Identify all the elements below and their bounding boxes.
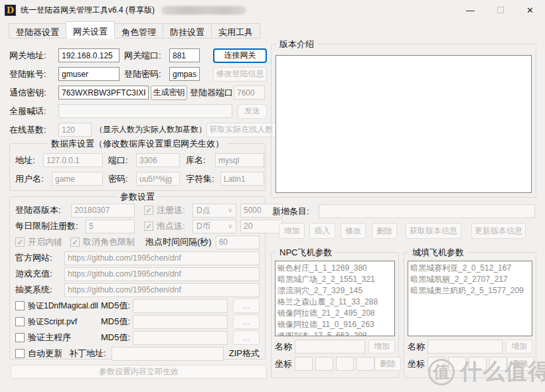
tab-anticheat-settings[interactable]: 防挂设置 — [163, 23, 212, 38]
launcher-port-label: 登陆器端口: — [190, 87, 234, 99]
entry-modify-button[interactable]: 修改 — [341, 223, 366, 239]
update-version-info-button[interactable]: 更新版本信息 — [471, 223, 526, 239]
city-plane-list[interactable]: 暗黑城赛利亚_2_0_512_167 暗黑城凯丽_2_2_2707_217 暗黑… — [408, 261, 532, 336]
website-input[interactable] — [64, 251, 260, 265]
maximize-button[interactable] — [485, 0, 515, 20]
launcher-version-row: 登陆器版本: ✓ 注册送: D点 ∨ — [15, 204, 260, 217]
db-user-input[interactable] — [52, 172, 103, 186]
verify-pvf-row: 验证Script.pvf MD5值: … — [15, 315, 260, 328]
launcher-port-input[interactable] — [234, 86, 265, 99]
entry-insert-button[interactable]: 插入 — [309, 223, 335, 239]
role-limit-checkbox[interactable]: ✓ — [70, 237, 80, 247]
db-name-label: 库名: — [186, 155, 215, 166]
gateway-port-input[interactable] — [169, 48, 200, 62]
generate-key-button[interactable]: 生成密钥 — [151, 86, 187, 100]
list-item[interactable]: 暗黑城奥兰奶奶_2_5_1577_209 — [410, 285, 530, 296]
list-item[interactable]: 格兰之森山麓_2_11_33_288 — [277, 296, 392, 308]
get-online-count-button[interactable]: 获取实际在线人数 — [206, 123, 276, 137]
city-add-button[interactable]: 增加 — [506, 340, 532, 354]
version-intro-textarea[interactable] — [275, 55, 532, 193]
daily-limit-input[interactable] — [86, 220, 135, 233]
tab-utilities[interactable]: 实用工具 — [211, 23, 260, 38]
app-window: D 统一登陆器网关管理工具v6.4 (尊享版) — ✕ 登陆器设置 网关设置 角… — [0, 0, 545, 392]
version-intro-groupbox: 版本介绍 — [271, 44, 536, 198]
npc-coord-input-4[interactable] — [356, 357, 374, 371]
send-button[interactable]: 发送 — [238, 104, 267, 119]
minimize-button[interactable]: — — [455, 0, 485, 20]
npc-coord-input-2[interactable] — [315, 357, 333, 371]
list-item[interactable]: 暗黑城广场_2_2_1551_321 — [277, 274, 392, 285]
paodian-gift-select[interactable]: D币 ∨ — [193, 220, 236, 233]
modify-login-button[interactable]: 修改登陆信息 — [213, 67, 267, 82]
db-charset-input[interactable] — [220, 172, 264, 186]
register-gift-select[interactable]: D点 ∨ — [193, 204, 236, 218]
autoupdate-row: 自动更新 补丁地址: ZIP格式 — [15, 347, 260, 360]
city-coord-input-1[interactable] — [428, 357, 445, 371]
npc-delete-button[interactable]: 删除 — [374, 357, 401, 371]
recharge-input[interactable] — [64, 267, 260, 281]
paodian-interval-input[interactable] — [216, 235, 260, 249]
npc-coord-input-3[interactable] — [336, 357, 354, 371]
npc-name-input[interactable] — [295, 340, 365, 354]
login-account-input[interactable] — [58, 67, 119, 81]
gateway-address-input[interactable] — [58, 48, 119, 62]
launcher-version-input[interactable] — [71, 204, 135, 218]
list-item[interactable]: 银色村庄_1_1_1269_380 — [277, 263, 392, 274]
verify-dll-md5-input[interactable] — [133, 299, 228, 313]
entry-add-button[interactable]: 增加 — [279, 223, 305, 239]
verify-exe-browse-button[interactable]: … — [233, 330, 260, 345]
db-port-input[interactable] — [136, 153, 180, 167]
patch-url-input[interactable] — [112, 347, 224, 361]
city-coord-input-3[interactable] — [469, 357, 487, 371]
db-name-input[interactable] — [215, 153, 264, 167]
npc-plane-list[interactable]: 银色村庄_1_1_1269_380 暗黑城广场_2_2_1551_321 漂流洞… — [275, 261, 395, 336]
city-name-row: 名称 增加 — [408, 340, 532, 354]
database-groupbox: 数据库设置（修改数据库设置重启网关生效） 地址: 端口: 库名: 用户名: 密码… — [9, 143, 266, 191]
register-gift-checkbox[interactable]: ✓ — [144, 206, 153, 215]
city-delete-button[interactable]: 删除 — [507, 357, 534, 371]
list-item[interactable]: 漂流洞穴_2_7_329_145 — [277, 285, 392, 296]
tab-launcher-settings[interactable]: 登陆器设置 — [9, 23, 66, 38]
verify-pvf-md5-input[interactable] — [133, 315, 228, 329]
close-button[interactable]: ✕ — [515, 0, 545, 20]
comm-key-label: 通信密钥: — [9, 87, 58, 99]
city-coord-input-2[interactable] — [448, 357, 466, 371]
comm-key-input[interactable] — [58, 86, 149, 99]
list-item[interactable]: 暗黑城凯丽_2_2_2707_217 — [410, 274, 530, 285]
list-item[interactable]: 镜像阿拉德_21_2_495_208 — [277, 308, 392, 319]
list-item[interactable]: 魂图副本_17_5_663_298 — [277, 330, 392, 336]
lottery-input[interactable] — [64, 283, 260, 297]
login-account-label: 登陆账号: — [9, 68, 58, 80]
get-version-info-button[interactable]: 获取版本信息 — [406, 223, 461, 239]
verify-pvf-browse-button[interactable]: … — [233, 314, 260, 329]
city-name-label: 名称 — [408, 341, 428, 353]
list-item[interactable]: 暗黑城赛利亚_2_0_512_167 — [410, 263, 530, 274]
connect-gateway-button[interactable]: 连接网关 — [213, 48, 267, 63]
db-host-input[interactable] — [43, 153, 103, 167]
neifu-checkbox[interactable]: ✓ — [15, 237, 25, 247]
npc-coord-label: 坐标 — [275, 358, 295, 370]
db-pass-input[interactable] — [136, 172, 180, 186]
paodian-gift-checkbox[interactable]: ✓ — [144, 222, 153, 231]
verify-dll-browse-button[interactable]: … — [233, 298, 260, 313]
city-coord-input-4[interactable] — [489, 357, 507, 371]
npc-add-button[interactable]: 增加 — [368, 340, 395, 354]
entry-delete-button[interactable]: 删除 — [372, 223, 397, 239]
broadcast-input[interactable] — [58, 104, 232, 118]
tab-gateway-settings[interactable]: 网关设置 — [66, 21, 115, 38]
online-base-input[interactable] — [58, 123, 92, 137]
autoupdate-checkbox[interactable] — [15, 349, 25, 358]
login-password-input[interactable] — [169, 67, 200, 81]
verify-dll-checkbox[interactable] — [15, 301, 25, 310]
verify-exe-checkbox[interactable] — [15, 333, 25, 342]
verify-pvf-checkbox[interactable] — [15, 317, 25, 326]
new-entry-input[interactable] — [319, 204, 535, 218]
apply-params-button[interactable]: 参数设置内容立即生效 — [11, 365, 267, 379]
verify-exe-md5-input[interactable] — [133, 331, 228, 345]
list-item[interactable]: 镜像阿拉德_11_0_916_263 — [277, 319, 392, 330]
register-gift-selected: D点 — [196, 205, 210, 216]
npc-coord-input-1[interactable] — [295, 357, 313, 371]
city-name-input[interactable] — [428, 340, 503, 354]
tab-role-management[interactable]: 角色管理 — [114, 23, 163, 38]
verify-exe-label: 验证主程序 — [28, 332, 101, 344]
